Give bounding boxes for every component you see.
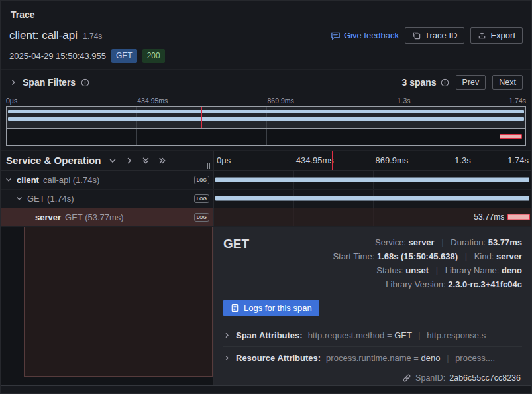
info-icon[interactable]: [81, 78, 89, 87]
timeline-minimap[interactable]: 0μs 434.95ms 869.9ms 1.3s 1.74s: [1, 96, 531, 150]
give-feedback-link[interactable]: Give feedback: [331, 31, 399, 40]
span-filters-bar: Span Filters 3 spans Prev Next: [1, 69, 531, 96]
span-id-footer: SpanID: 2ab6c55cc7cc8236: [223, 369, 522, 387]
tick-label: 1.3s: [452, 155, 471, 165]
tick-label: 1.74s: [507, 155, 529, 165]
panel-title: Trace: [1, 1, 531, 23]
meta-value: server: [409, 237, 435, 247]
chevron-down-icon[interactable]: [108, 156, 117, 165]
meta-value: server: [496, 251, 522, 261]
span-count: 3 spans: [401, 77, 449, 88]
timeline-cursor[interactable]: [332, 151, 333, 170]
service-operation-label: Service & Operation: [6, 155, 101, 166]
prev-label: Prev: [462, 78, 480, 87]
minimap-chart[interactable]: [6, 106, 526, 146]
export-label: Export: [490, 31, 515, 40]
info-icon[interactable]: [441, 78, 449, 87]
trace-id-label: Trace ID: [425, 31, 457, 40]
logs-for-span-button[interactable]: Logs for this span: [223, 300, 319, 316]
meta-row: Status: unset | Library Name: deno: [333, 263, 522, 277]
timeline-grid-header: Service & Operation 0μs 434.95ms 869.9ms…: [1, 150, 531, 171]
export-button[interactable]: Export: [470, 27, 523, 44]
feedback-comment-icon: [331, 31, 341, 40]
span-row-get[interactable]: GET (1.74s) LOG: [1, 190, 531, 208]
span-detail-section: GET Service: server | Duration: 53.77ms …: [1, 227, 531, 386]
timeline-cursor[interactable]: [201, 107, 202, 128]
span-row-server[interactable]: server GET (53.77ms) LOG 53.77ms: [1, 208, 531, 227]
meta-label: Status:: [376, 265, 403, 275]
service-operation-header: Service & Operation: [1, 151, 214, 170]
column-resize-handle[interactable]: [207, 163, 210, 169]
give-feedback-label: Give feedback: [344, 31, 399, 40]
span-timeline-cell[interactable]: 53.77ms: [214, 208, 531, 226]
span-bar-client[interactable]: [215, 178, 529, 182]
log-badge[interactable]: LOG: [194, 176, 209, 184]
trace-timestamp: 2025-04-29 15:50:43.955: [9, 51, 106, 61]
span-timeline-cell[interactable]: [214, 171, 531, 189]
link-icon[interactable]: [402, 373, 411, 383]
attr-value: GET: [394, 330, 412, 340]
trace-panel: Trace client: call-api 1.74s Give feedba…: [0, 0, 532, 394]
next-label: Next: [499, 78, 516, 87]
tick-label: 869.9ms: [373, 155, 409, 165]
chevron-down-icon[interactable]: [5, 176, 13, 184]
detail-left-gutter: [1, 227, 214, 385]
divider: |: [465, 251, 467, 261]
double-chevron-right-icon[interactable]: [158, 156, 167, 165]
prev-span-button[interactable]: Prev: [456, 75, 486, 90]
trace-subheader: 2025-04-29 15:50:43.955 GET 200: [1, 45, 531, 69]
span-detail-title: GET: [223, 235, 249, 251]
span-duration-label: 53.77ms: [474, 212, 504, 222]
meta-row: Start Time: 1.68s (15:50:45.638) | Kind:…: [333, 249, 522, 263]
span-operation: GET (1.74s): [27, 194, 74, 204]
meta-row: Library Version: 2.3.0-rc.3+41fc04c: [333, 277, 522, 291]
resource-attributes-accordion[interactable]: Resource Attributes: process.runtime.nam…: [223, 346, 522, 369]
attr-equals: =: [387, 330, 392, 340]
meta-value: 53.77ms: [488, 237, 522, 247]
log-badge[interactable]: LOG: [194, 194, 209, 203]
span-bar-get[interactable]: [215, 196, 529, 201]
minimap-span-bar: [8, 110, 523, 113]
minimap-overview[interactable]: [7, 129, 525, 145]
chevron-down-icon[interactable]: [15, 194, 23, 202]
chevron-right-icon[interactable]: [125, 156, 134, 165]
next-span-button[interactable]: Next: [492, 75, 523, 90]
logs-button-label: Logs for this span: [244, 303, 312, 313]
span-row-client[interactable]: client call-api (1.74s) LOG: [1, 171, 531, 190]
span-details-panel: GET Service: server | Duration: 53.77ms …: [214, 227, 531, 385]
span-attributes-accordion[interactable]: Span Attributes: http.request.method = G…: [223, 324, 522, 346]
meta-label: Start Time:: [333, 251, 374, 261]
span-count-label: 3 spans: [401, 77, 436, 88]
meta-value: 1.68s (15:50:45.638): [377, 251, 458, 261]
timeline-axis: 0μs 434.95ms 869.9ms 1.3s 1.74s: [214, 151, 531, 170]
attr-equals: =: [413, 353, 419, 363]
span-meta: Service: server | Duration: 53.77ms Star…: [333, 235, 522, 291]
span-timeline-cell[interactable]: [214, 190, 531, 208]
span-filters-toggle[interactable]: Span Filters: [9, 77, 89, 88]
method-badge: GET: [111, 49, 137, 63]
tick-label: 434.95ms: [293, 155, 334, 165]
span-service: server: [35, 212, 61, 222]
export-arrow-icon: [478, 31, 486, 40]
divider: |: [436, 265, 438, 275]
meta-value: deno: [502, 265, 522, 275]
double-chevron-down-icon[interactable]: [141, 156, 150, 165]
span-rows: client call-api (1.74s) LOG GET (1.74s) …: [1, 171, 531, 227]
span-attributes-label: Span Attributes:: [236, 330, 303, 340]
meta-label: Library Name:: [445, 265, 500, 275]
attr-key: http.response.s: [427, 330, 486, 340]
attr-key: process.runtime.name: [326, 353, 411, 363]
log-badge[interactable]: LOG: [194, 213, 209, 222]
divider: |: [447, 353, 449, 363]
minimap-viewport[interactable]: [7, 107, 525, 129]
tick-label: 869.9ms: [266, 97, 294, 105]
selected-span-expansion: [24, 227, 213, 377]
attr-key: process....: [455, 353, 495, 363]
trace-id-button[interactable]: Trace ID: [405, 27, 464, 44]
span-filters-label: Span Filters: [23, 77, 76, 88]
chevron-right-icon: [223, 354, 231, 361]
span-bar-server[interactable]: [507, 214, 530, 220]
minimap-span-bar-server: [500, 134, 522, 139]
resource-attributes-label: Resource Attributes:: [236, 353, 321, 363]
span-service: client: [17, 175, 39, 185]
